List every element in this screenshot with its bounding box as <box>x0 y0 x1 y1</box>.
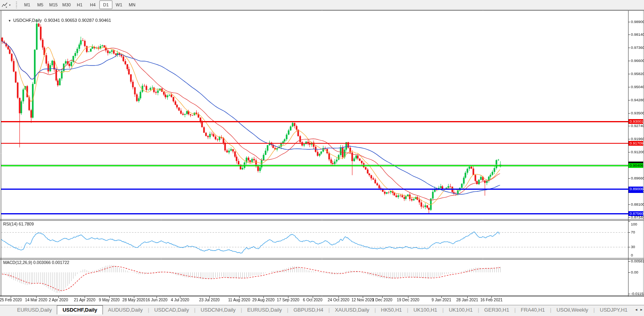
price-tick-label: 0.96600 <box>631 59 644 63</box>
macd-tick-label: -0.011513 <box>631 292 644 296</box>
chart-tab-usoil-weekly[interactable]: USOil,Weekly <box>551 306 594 314</box>
price-tick-label: 0.95820 <box>631 72 644 76</box>
hline-price-label[interactable]: 0.93001 <box>629 119 643 124</box>
hline-label-partial <box>629 191 643 193</box>
hline-price-label[interactable]: 0.89006 <box>629 187 643 191</box>
timeframe-button-m30[interactable]: M30 <box>60 0 73 9</box>
rsi-tick-label: 30 <box>631 245 644 249</box>
date-axis-label: 9 May 2020 <box>99 298 120 302</box>
price-tick-label: 0.98140 <box>631 33 644 37</box>
date-axis-label: 19 Dec 2020 <box>397 298 420 302</box>
price-tick-label: 0.94280 <box>631 98 644 102</box>
chart-title: ▼USDCHF,Daily 0.90341 0.90653 0.90287 0.… <box>3 13 111 27</box>
chart-tab-usdcnh-daily[interactable]: USDCNH,Daily <box>195 306 241 314</box>
timeframe-toolbar: ▾ M1M5M15M30H1H4D1W1MN <box>0 0 644 10</box>
date-axis-label: 24 Oct 2020 <box>328 298 349 302</box>
timeframe-button-d1[interactable]: D1 <box>99 0 112 9</box>
price-tick-label: 0.88100 <box>631 202 644 206</box>
chart-canvas[interactable] <box>0 0 644 316</box>
date-axis-label: 14 Mar 2020 <box>25 298 47 302</box>
macd-tick-label: 0.00 <box>631 270 644 274</box>
date-axis-label: 1 Dec 2020 <box>372 298 392 302</box>
timeframe-button-h4[interactable]: H4 <box>86 0 99 9</box>
hline-price-label[interactable]: 0.91709 <box>629 141 643 146</box>
price-tick-label: 0.97360 <box>631 46 644 50</box>
date-axis-label: 17 Sep 2020 <box>277 298 300 302</box>
hline-price-label[interactable]: 0.87560 <box>629 211 643 216</box>
chart-tab-ger30-h1[interactable]: GER30,H1 <box>479 306 514 314</box>
timeframe-button-mn[interactable]: MN <box>126 0 139 9</box>
price-tick-label: 0.98900 <box>631 20 644 24</box>
ohlc-text: 0.90341 0.90653 0.90287 0.90461 <box>44 18 111 23</box>
toolbar-grip[interactable] <box>16 2 17 8</box>
chart-tab-bar: EURUSD,DailyUSDCHF,DailyAUDUSD,Daily|USD… <box>0 305 644 316</box>
chart-tab-eurusd-daily[interactable]: EURUSD,Daily <box>12 306 57 314</box>
chart-tab-eurusd-daily[interactable]: EURUSD,Daily <box>242 306 287 314</box>
date-axis-label: 25 Feb 2020 <box>0 298 22 302</box>
date-axis-label: 2 Apr 2020 <box>49 298 68 302</box>
chart-tab-uk100-h1[interactable]: UK100,H1 <box>408 306 443 314</box>
timeframe-button-m1[interactable]: M1 <box>21 0 34 9</box>
chart-tab-xauusd-daily[interactable]: XAUUSD,Daily <box>330 306 375 314</box>
date-axis-label: 28 Jan 2021 <box>456 298 478 302</box>
chart-tab-audusd-daily[interactable]: AUDUSD,Daily <box>103 306 148 314</box>
price-tick-label: 0.95040 <box>631 85 644 89</box>
chevron-down-icon[interactable]: ▾ <box>9 4 11 7</box>
rsi-tick-label: 0 <box>631 253 644 257</box>
price-tick-label: 0.89660 <box>631 176 644 180</box>
chart-tab-hk50-h1[interactable]: HK50,H1 <box>376 306 407 314</box>
date-axis-label: 11 Aug 2020 <box>228 298 250 302</box>
tab-scroll-right-icon[interactable]: ▸ <box>640 307 642 312</box>
macd-indicator-label: MACD(12,26,9) 0.003066 0.001722 <box>3 260 69 265</box>
macd-tick-label: 0.005818 <box>631 259 644 263</box>
tab-scroll-left-icon[interactable]: ◂ <box>635 307 637 312</box>
date-axis-label: 29 Aug 2020 <box>252 298 275 302</box>
price-tick-label: 0.91200 <box>631 150 644 154</box>
chart-tab-usdcad-daily[interactable]: USDCAD,Daily <box>149 306 194 314</box>
line-studies-icon[interactable]: ▾ <box>2 1 14 9</box>
chart-tab-uk100-h1[interactable]: UK100,H1 <box>444 306 478 314</box>
price-tick-label: 0.93500 <box>631 111 644 115</box>
timeframe-button-m15[interactable]: M15 <box>47 0 60 9</box>
price-tick-label: 0.92740 <box>631 124 644 128</box>
date-axis-label: 9 Jan 2021 <box>431 298 451 302</box>
date-axis-label: 16 Feb 2021 <box>480 298 503 302</box>
date-axis-label: 28 May 2020 <box>122 298 145 302</box>
chart-tab-fra40-h1[interactable]: FRA40,H1 <box>516 306 550 314</box>
chart-symbol-period: USDCHF,Daily <box>13 18 42 23</box>
timeframe-button-w1[interactable]: W1 <box>112 0 126 9</box>
chart-tab-usdchf-daily[interactable]: USDCHF,Daily <box>57 305 102 314</box>
timeframe-button-m5[interactable]: M5 <box>34 0 47 9</box>
rsi-indicator-label: RSI(14) 61.7809 <box>3 222 34 226</box>
date-axis-label: 16 Jun 2020 <box>145 298 167 302</box>
date-axis-label: 21 Apr 2020 <box>74 298 95 302</box>
rsi-tick-label: 70 <box>631 230 644 234</box>
hline-price-label[interactable]: 0.90406 <box>629 163 643 168</box>
chart-tab-gbpusd-h4[interactable]: GBPUSD,H4 <box>288 306 329 314</box>
price-tick-label: 0.91960 <box>631 137 644 141</box>
date-axis-label: 12 Nov 2020 <box>352 298 374 302</box>
chart-tab-usdjpy-h1[interactable]: USDJPY,H1 <box>595 306 628 314</box>
date-axis-label: 23 Jul 2020 <box>199 298 220 302</box>
crosshair-cursor-icon <box>2 2 8 8</box>
date-axis-label: 6 Oct 2020 <box>303 298 323 302</box>
mt4-window: ▾ M1M5M15M30H1H4D1W1MN ▼USDCHF,Daily 0.9… <box>0 0 644 316</box>
rsi-tick-label: 100 <box>631 222 644 226</box>
collapse-icon[interactable]: ▼ <box>8 19 11 23</box>
date-axis-label: 4 Jul 2020 <box>171 298 189 302</box>
timeframe-button-h1[interactable]: H1 <box>73 0 86 9</box>
